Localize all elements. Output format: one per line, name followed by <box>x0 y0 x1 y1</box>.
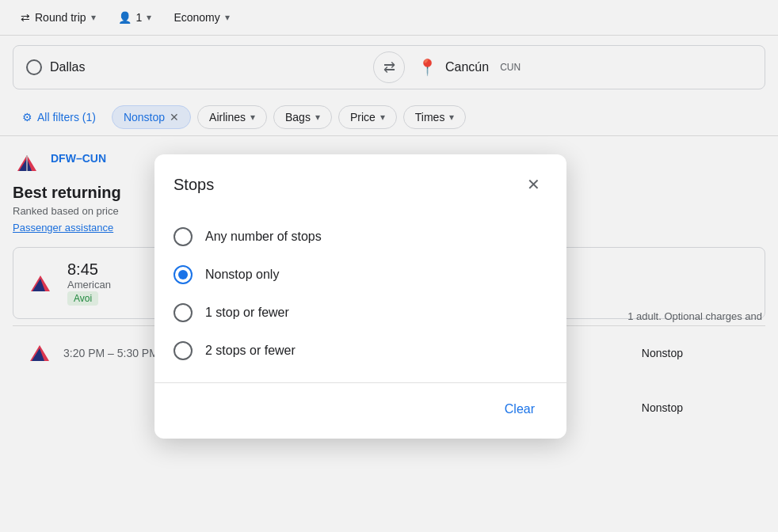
option-nonstop-only-label: Nonstop only <box>205 268 279 282</box>
modal-footer: Clear <box>154 382 566 439</box>
modal-title: Stops <box>174 176 214 194</box>
option-any-stops[interactable]: Any number of stops <box>174 218 547 256</box>
radio-two-stops[interactable] <box>174 341 193 360</box>
modal-close-button[interactable]: ✕ <box>519 170 547 199</box>
clear-button[interactable]: Clear <box>492 396 547 423</box>
modal-header: Stops ✕ <box>154 154 566 211</box>
option-two-stops-label: 2 stops or fewer <box>205 344 296 358</box>
stops-modal: Stops ✕ Any number of stops Nonstop only… <box>154 154 566 439</box>
radio-one-stop[interactable] <box>174 303 193 322</box>
option-one-stop-label: 1 stop or fewer <box>205 306 289 320</box>
option-any-stops-label: Any number of stops <box>205 230 322 244</box>
close-icon: ✕ <box>527 175 540 194</box>
radio-any-stops[interactable] <box>174 227 193 246</box>
radio-nonstop-inner <box>178 270 188 279</box>
option-nonstop-only[interactable]: Nonstop only <box>174 256 547 294</box>
option-two-stops[interactable]: 2 stops or fewer <box>174 332 547 370</box>
radio-nonstop-only[interactable] <box>174 265 193 284</box>
stops-options: Any number of stops Nonstop only 1 stop … <box>154 211 566 376</box>
option-one-stop[interactable]: 1 stop or fewer <box>174 294 547 332</box>
